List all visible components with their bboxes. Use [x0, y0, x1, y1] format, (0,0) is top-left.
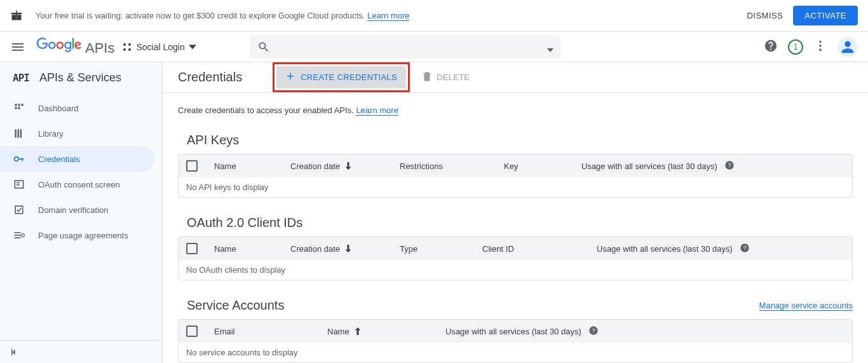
- svg-rect-24: [18, 158, 24, 160]
- svg-point-33: [21, 234, 24, 237]
- help-icon[interactable]: [764, 39, 778, 55]
- col-client-id[interactable]: Client ID: [482, 244, 597, 254]
- delete-button[interactable]: DELETE: [421, 71, 470, 84]
- col-usage[interactable]: Usage with all services (last 30 days) ?: [597, 243, 844, 255]
- table-header: Email Name Usage with all services (last…: [179, 320, 852, 343]
- svg-rect-0: [12, 15, 17, 20]
- col-name[interactable]: Name: [214, 161, 290, 171]
- gift-icon: [10, 10, 23, 22]
- col-creation-date[interactable]: Creation date: [290, 243, 400, 254]
- section-api-keys: API Keys Name Creation date Restrictions…: [178, 133, 853, 198]
- col-name[interactable]: Name: [214, 244, 290, 254]
- sidebar-collapse-button[interactable]: [0, 340, 162, 363]
- section-title-oauth: OAuth 2.0 Client IDs: [187, 216, 302, 230]
- svg-rect-1: [17, 15, 22, 20]
- svg-point-13: [819, 49, 822, 51]
- select-all-checkbox[interactable]: [186, 160, 198, 172]
- more-vert-icon[interactable]: [813, 39, 827, 55]
- svg-rect-29: [15, 206, 23, 214]
- col-type[interactable]: Type: [400, 244, 482, 254]
- chevron-down-icon: [189, 42, 196, 51]
- search-bar[interactable]: [250, 36, 561, 58]
- col-usage-label: Usage with all services (last 30 days): [445, 327, 581, 336]
- search-input[interactable]: [250, 36, 561, 58]
- svg-point-23: [15, 157, 19, 161]
- plus-icon: [285, 71, 295, 83]
- arrow-down-icon: [342, 243, 354, 254]
- sidebar-item-dashboard[interactable]: Dashboard: [0, 95, 162, 121]
- chevron-down-icon[interactable]: [547, 45, 553, 54]
- col-restrictions[interactable]: Restrictions: [400, 161, 504, 171]
- section-title-api-keys: API Keys: [187, 133, 239, 147]
- main-header: Credentials CREATE CREDENTIALS DELETE: [163, 62, 868, 93]
- info-text-content: Create credentials to access your enable…: [178, 106, 356, 115]
- sidebar-item-label: Credentials: [38, 154, 80, 164]
- col-key[interactable]: Key: [504, 161, 581, 171]
- sidebar-item-library[interactable]: Library: [0, 121, 162, 146]
- svg-rect-30: [15, 232, 21, 233]
- verified-icon: [13, 203, 25, 216]
- project-selector[interactable]: Social Login: [122, 42, 196, 52]
- google-logo[interactable]: APIs: [36, 38, 114, 57]
- key-icon: [13, 153, 25, 165]
- sidebar-item-label: Page usage agreements: [38, 231, 128, 240]
- trial-learn-more-link[interactable]: Learn more: [367, 11, 409, 21]
- manage-service-accounts-link[interactable]: Manage service accounts: [759, 301, 853, 311]
- svg-point-14: [844, 41, 850, 46]
- svg-rect-31: [15, 235, 21, 236]
- col-usage[interactable]: Usage with all services (last 30 days) ?: [581, 160, 844, 172]
- col-name[interactable]: Name: [327, 325, 445, 337]
- consent-icon: [13, 178, 25, 191]
- content-area: API APIs & Services Dashboard Library Cr…: [0, 62, 868, 363]
- sidebar-header[interactable]: API APIs & Services: [0, 62, 162, 93]
- create-credentials-button[interactable]: CREATE CREDENTIALS: [276, 66, 406, 88]
- sidebar-item-oauth-consent[interactable]: OAuth consent screen: [0, 172, 162, 197]
- info-text: Create credentials to access your enable…: [178, 106, 853, 115]
- select-all-checkbox[interactable]: [186, 243, 198, 254]
- main-body: Create credentials to access your enable…: [163, 93, 868, 363]
- section-oauth-clients: OAuth 2.0 Client IDs Name Creation date …: [178, 216, 853, 280]
- sidebar-item-label: OAuth consent screen: [38, 180, 120, 189]
- svg-rect-4: [12, 43, 24, 45]
- sidebar-item-credentials[interactable]: Credentials: [0, 146, 154, 172]
- svg-rect-17: [21, 104, 23, 106]
- avatar[interactable]: [837, 37, 858, 57]
- col-usage-label: Usage with all services (last 30 days): [597, 244, 733, 254]
- search-icon: [257, 41, 270, 55]
- help-icon[interactable]: ?: [740, 243, 750, 255]
- svg-rect-32: [15, 237, 21, 238]
- sidebar-item-label: Domain verification: [38, 205, 109, 215]
- help-icon[interactable]: ?: [588, 325, 599, 338]
- svg-point-12: [819, 45, 822, 47]
- col-creation-date[interactable]: Creation date: [290, 160, 400, 172]
- project-icon: [122, 42, 132, 52]
- settings-list-icon: [13, 229, 25, 242]
- help-icon[interactable]: ?: [724, 160, 735, 172]
- dismiss-button[interactable]: DISMISS: [747, 11, 783, 20]
- svg-rect-18: [15, 107, 17, 109]
- trial-credits-badge[interactable]: 1: [788, 39, 803, 55]
- sidebar-item-domain-verification[interactable]: Domain verification: [0, 197, 162, 223]
- svg-point-8: [128, 43, 131, 46]
- svg-rect-20: [15, 129, 17, 137]
- col-usage-label: Usage with all services (last 30 days): [581, 161, 717, 171]
- svg-point-7: [123, 43, 126, 46]
- table-service-accounts: Email Name Usage with all services (last…: [178, 319, 853, 363]
- info-learn-more-link[interactable]: Learn more: [356, 106, 398, 116]
- arrow-up-icon: [352, 325, 363, 337]
- sidebar-title: APIs & Services: [39, 71, 121, 85]
- svg-point-10: [128, 48, 131, 51]
- hamburger-menu-icon[interactable]: [10, 39, 25, 55]
- col-email[interactable]: Email: [214, 327, 327, 336]
- table-empty-message: No API keys to display: [179, 177, 852, 197]
- col-usage[interactable]: Usage with all services (last 30 days) ?: [445, 325, 844, 338]
- svg-point-11: [819, 41, 822, 43]
- svg-text:?: ?: [592, 327, 595, 334]
- svg-rect-6: [12, 50, 24, 51]
- activate-button[interactable]: ACTIVATE: [793, 6, 858, 25]
- select-all-checkbox[interactable]: [186, 325, 198, 337]
- dashboard-icon: [13, 102, 25, 114]
- svg-text:?: ?: [728, 162, 731, 168]
- app-bar: APIs Social Login 1: [0, 32, 868, 62]
- sidebar-item-page-usage-agreements[interactable]: Page usage agreements: [0, 223, 162, 248]
